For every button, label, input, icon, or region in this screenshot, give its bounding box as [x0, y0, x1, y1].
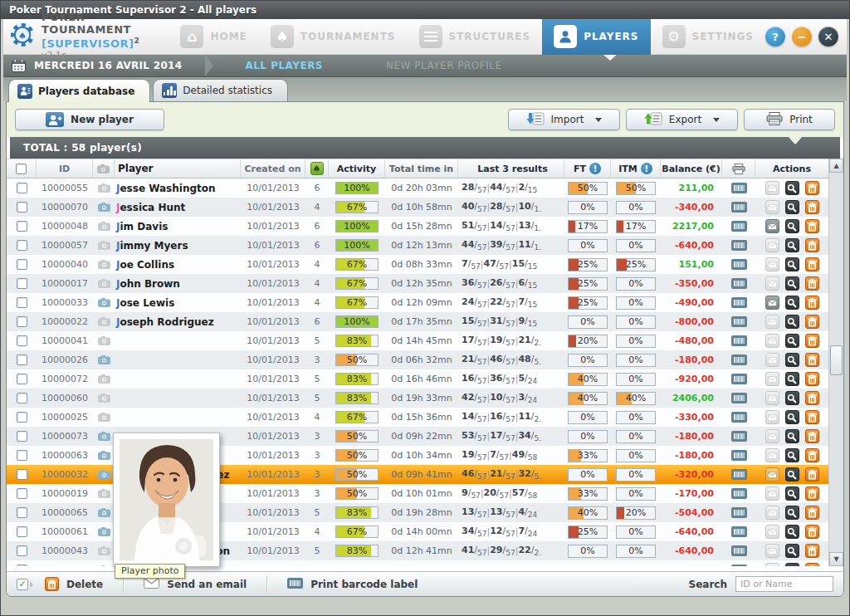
tab-detailed-statistics[interactable]: Detailed statistics: [153, 79, 288, 101]
select-all-checkbox[interactable]: [16, 164, 27, 174]
email-button[interactable]: [765, 467, 779, 482]
photo-icon[interactable]: [93, 217, 115, 236]
photo-icon[interactable]: [93, 255, 115, 274]
photo-icon[interactable]: [93, 312, 115, 331]
photo-icon[interactable]: [93, 293, 115, 312]
view-player-button[interactable]: [785, 238, 799, 252]
print-barcode-button[interactable]: Print barcode label: [276, 578, 429, 591]
row-checkbox[interactable]: [17, 202, 27, 213]
player-row[interactable]: 10000072 10/01/2013 5 83% 0d 16h 46mn 16…: [7, 369, 843, 389]
breadcrumb-new-player-profile[interactable]: NEW PLAYER PROFILE: [354, 60, 534, 71]
row-checkbox[interactable]: [17, 431, 27, 442]
photo-icon[interactable]: [93, 484, 115, 503]
email-button[interactable]: [765, 391, 779, 405]
delete-player-button[interactable]: [805, 410, 819, 424]
delete-player-button[interactable]: [805, 506, 819, 520]
scrollbar-track[interactable]: [829, 173, 843, 552]
nav-item-structures[interactable]: STRUCTURES: [408, 19, 543, 55]
header-ft[interactable]: FT!: [564, 159, 611, 178]
view-player-button[interactable]: [785, 486, 799, 501]
email-button[interactable]: [765, 219, 779, 233]
view-player-button[interactable]: [785, 372, 799, 386]
delete-player-button[interactable]: [805, 467, 819, 482]
player-row[interactable]: 10000033 Jose Lewis 10/01/2013 4 67% 0d …: [7, 293, 843, 312]
header-total-time[interactable]: Total time in: [385, 159, 458, 178]
view-player-button[interactable]: [785, 525, 799, 539]
delete-player-button[interactable]: [805, 334, 819, 348]
delete-player-button[interactable]: [805, 257, 819, 271]
row-checkbox[interactable]: [17, 240, 27, 251]
photo-icon[interactable]: [93, 427, 115, 446]
delete-player-button[interactable]: [805, 296, 819, 310]
header-actions[interactable]: Actions: [755, 159, 828, 178]
email-button[interactable]: [765, 429, 779, 443]
row-checkbox[interactable]: [17, 297, 27, 308]
row-checkbox[interactable]: [17, 469, 27, 480]
player-row[interactable]: 10000026 10/01/2013 3 50% 0d 06h 32mn 21…: [7, 350, 843, 369]
photo-icon[interactable]: [93, 274, 115, 293]
view-player-button[interactable]: [785, 315, 799, 329]
view-player-button[interactable]: [785, 563, 799, 566]
header-created-on[interactable]: Created on: [241, 159, 305, 178]
row-checkbox[interactable]: [17, 354, 27, 365]
row-checkbox[interactable]: [17, 412, 27, 423]
email-button[interactable]: [765, 296, 779, 310]
delete-player-button[interactable]: [805, 448, 819, 462]
row-checkbox[interactable]: [17, 450, 27, 461]
delete-player-button[interactable]: [805, 429, 819, 443]
photo-icon[interactable]: [93, 350, 115, 369]
row-checkbox[interactable]: [17, 488, 27, 499]
help-button[interactable]: ?: [765, 27, 785, 46]
player-row[interactable]: 10000022 Joseph Rodriguez 10/01/2013 6 1…: [7, 312, 843, 331]
header-balance[interactable]: Balance (€): [661, 159, 722, 178]
delete-player-button[interactable]: [805, 238, 819, 252]
row-checkbox[interactable]: [17, 507, 27, 518]
player-row[interactable]: 10000048 Jim Davis 10/01/2013 6 100% 0d …: [7, 217, 843, 236]
email-button[interactable]: [765, 486, 779, 501]
scroll-up-button[interactable]: ▲: [829, 159, 843, 173]
view-player-button[interactable]: [785, 544, 799, 558]
photo-icon[interactable]: [93, 503, 115, 522]
tab-players-database[interactable]: Players database: [8, 79, 150, 102]
vertical-scrollbar[interactable]: ▲ ▼: [828, 159, 843, 566]
delete-player-button[interactable]: [805, 563, 819, 566]
nav-item-settings[interactable]: ⚙ SETTINGS: [651, 19, 766, 55]
delete-player-button[interactable]: [805, 200, 819, 214]
email-button[interactable]: [765, 448, 779, 462]
email-button[interactable]: [765, 334, 779, 348]
delete-button[interactable]: Delete: [33, 577, 115, 591]
player-row[interactable]: 10000017 John Brown 10/01/2013 4 67% 0d …: [7, 274, 843, 293]
player-row[interactable]: 10000070 Jessica Hunt 10/01/2013 4 67% 0…: [7, 198, 843, 217]
view-player-button[interactable]: [785, 296, 799, 310]
email-button[interactable]: [765, 353, 779, 367]
export-button[interactable]: Export: [626, 109, 738, 130]
email-button[interactable]: [765, 238, 779, 252]
photo-icon[interactable]: [93, 446, 115, 465]
view-player-button[interactable]: [785, 219, 799, 233]
import-button[interactable]: Import: [508, 109, 620, 130]
email-button[interactable]: [765, 410, 779, 424]
view-player-button[interactable]: [785, 181, 799, 195]
delete-player-button[interactable]: [805, 353, 819, 367]
view-player-button[interactable]: [785, 257, 799, 271]
email-button[interactable]: [765, 372, 779, 386]
row-checkbox[interactable]: [17, 278, 27, 289]
player-row[interactable]: 10000040 Joe Collins 10/01/2013 4 67% 0d…: [7, 255, 843, 274]
row-checkbox[interactable]: [17, 545, 27, 556]
header-player[interactable]: Player: [115, 159, 241, 178]
email-button[interactable]: [765, 563, 779, 566]
header-id[interactable]: ID: [37, 159, 93, 178]
view-player-button[interactable]: [785, 410, 799, 424]
print-button[interactable]: Print: [744, 109, 835, 130]
close-button[interactable]: ✕: [818, 27, 838, 46]
selection-checkbox[interactable]: ✓: [17, 579, 28, 590]
player-row[interactable]: 10000060 10/01/2013 5 83% 0d 19h 33mn 42…: [7, 389, 843, 408]
photo-icon[interactable]: [93, 178, 115, 198]
email-button[interactable]: [765, 506, 779, 520]
view-player-button[interactable]: [785, 429, 799, 443]
row-checkbox[interactable]: [17, 526, 27, 537]
photo-icon[interactable]: [93, 465, 115, 484]
email-button[interactable]: [765, 544, 779, 558]
view-player-button[interactable]: [785, 391, 799, 405]
row-checkbox[interactable]: [17, 393, 27, 403]
